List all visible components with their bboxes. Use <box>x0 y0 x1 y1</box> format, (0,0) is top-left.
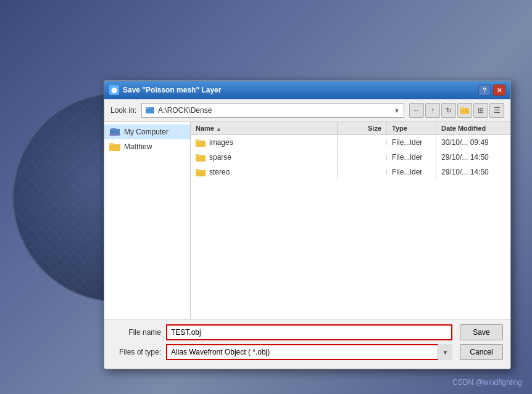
folder-icon <box>196 168 206 176</box>
mycomputer-label: My Computer <box>124 128 168 136</box>
action-buttons: Save <box>460 324 503 340</box>
file-size <box>338 155 387 160</box>
path-text: A:\ROCK\Dense <box>158 106 390 115</box>
file-type: File...lder <box>387 165 436 179</box>
refresh-button[interactable]: ↻ <box>441 103 456 118</box>
svg-rect-0 <box>146 109 154 113</box>
close-button[interactable]: ✕ <box>493 84 505 96</box>
file-date: 29/10/... 14:50 <box>436 165 510 179</box>
help-button[interactable]: ? <box>478 84 491 96</box>
svg-rect-1 <box>146 107 149 109</box>
file-name: images <box>209 138 233 147</box>
cancel-btn-row: Cancel <box>460 344 503 360</box>
header-size[interactable]: Size <box>338 122 387 134</box>
save-dialog: ⬤ Save "Poisson mesh" Layer ? ✕ Look in:… <box>104 80 511 369</box>
file-name: sparse <box>209 153 231 162</box>
titlebar: ⬤ Save "Poisson mesh" Layer ? ✕ <box>104 81 510 99</box>
view-list-button[interactable]: ☰ <box>489 103 504 118</box>
file-size <box>338 140 387 145</box>
table-row[interactable]: images File...lder 30/10/... 09:49 <box>191 135 510 150</box>
svg-text:+: + <box>465 109 468 114</box>
toolbar: Look in: A:\ROCK\Dense ▼ ← ↑ ↻ + <box>104 99 510 122</box>
sidebar: My Computer Matthew <box>104 122 191 319</box>
filetype-select-wrapper: Alias Wavefront Object ( *.obj) Stanford… <box>166 344 452 360</box>
new-folder-button[interactable]: + <box>457 103 472 118</box>
file-name: stereo <box>209 168 230 176</box>
path-arrow-icon: ▼ <box>394 107 400 114</box>
path-folder-icon <box>146 107 154 113</box>
matthew-label: Matthew <box>124 142 152 151</box>
titlebar-left: ⬤ Save "Poisson mesh" Layer <box>109 85 221 95</box>
svg-rect-11 <box>196 139 199 142</box>
table-row[interactable]: stereo File...lder 29/10/... 14:50 <box>191 165 510 179</box>
file-list: Name ▲ Size Type Date Modified images Fi… <box>191 122 510 319</box>
file-list-header: Name ▲ Size Type Date Modified <box>191 122 510 135</box>
dialog-title: Save "Poisson mesh" Layer <box>123 86 221 94</box>
filename-input[interactable] <box>166 324 452 340</box>
matthew-icon <box>109 142 120 151</box>
filetype-label: Files of type: <box>112 348 161 356</box>
folder-icon <box>196 154 206 162</box>
nav-buttons: ← ↑ ↻ + ⊞ ☰ <box>409 103 504 118</box>
svg-rect-3 <box>460 107 464 109</box>
filename-label: File name <box>112 328 161 337</box>
file-size <box>338 170 387 174</box>
svg-rect-13 <box>196 154 199 157</box>
path-dropdown[interactable]: A:\ROCK\Dense ▼ <box>141 103 404 118</box>
sidebar-item-mycomputer[interactable]: My Computer <box>104 125 190 139</box>
watermark: CSDN @windfighting <box>452 378 522 387</box>
content-area: My Computer Matthew Name ▲ Size <box>104 122 510 319</box>
up-button[interactable]: ↑ <box>425 103 440 118</box>
dialog-icon: ⬤ <box>109 85 119 95</box>
svg-rect-9 <box>109 143 114 146</box>
mycomputer-icon <box>109 128 120 136</box>
name-sort-icon: ▲ <box>216 126 222 132</box>
filename-row: File name Save <box>112 324 503 340</box>
header-type[interactable]: Type <box>387 122 436 134</box>
table-row[interactable]: sparse File...lder 29/10/... 14:50 <box>191 150 510 165</box>
svg-rect-15 <box>196 169 199 171</box>
view-tiles-button[interactable]: ⊞ <box>473 103 488 118</box>
save-button[interactable]: Save <box>460 324 503 340</box>
back-button[interactable]: ← <box>409 103 424 118</box>
filetype-row: Files of type: Alias Wavefront Object ( … <box>112 344 503 360</box>
form-area: File name Save Files of type: Alias Wave… <box>104 319 510 369</box>
titlebar-buttons: ? ✕ <box>478 84 505 96</box>
file-type: File...lder <box>387 136 436 149</box>
filetype-select[interactable]: Alias Wavefront Object ( *.obj) Stanford… <box>166 344 452 360</box>
header-date[interactable]: Date Modified <box>436 122 510 134</box>
file-date: 29/10/... 14:50 <box>436 150 510 164</box>
cancel-button[interactable]: Cancel <box>460 344 503 360</box>
svg-rect-6 <box>111 128 116 130</box>
look-in-label: Look in: <box>110 106 136 115</box>
folder-icon <box>196 139 206 147</box>
header-name[interactable]: Name ▲ <box>191 122 338 134</box>
svg-rect-7 <box>109 134 120 136</box>
file-date: 30/10/... 09:49 <box>436 136 510 149</box>
sidebar-item-matthew[interactable]: Matthew <box>104 139 190 154</box>
file-type: File...lder <box>387 150 436 164</box>
